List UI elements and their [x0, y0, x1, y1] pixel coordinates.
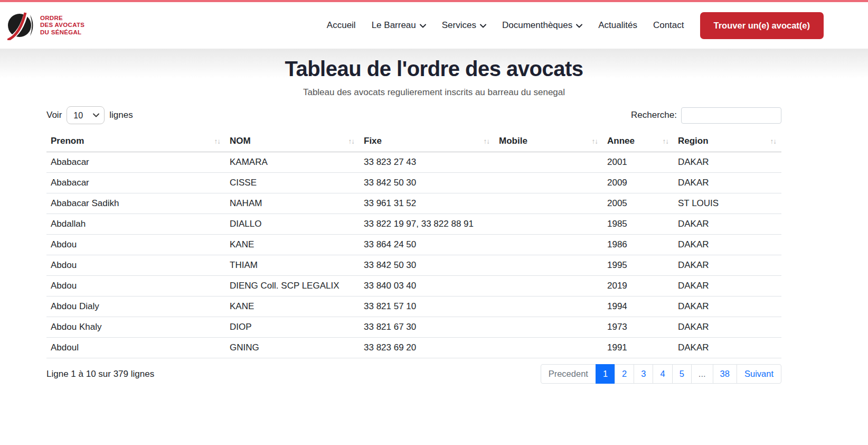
sort-arrows-icon: ↑↓ — [770, 137, 777, 145]
cell-annee: 1994 — [603, 296, 674, 317]
cell-region: DAKAR — [674, 276, 781, 296]
table-row: Abdou Khaly DIOP 33 821 67 30 1973 DAKAR — [46, 317, 781, 338]
pagination-page-38[interactable]: 38 — [713, 364, 737, 384]
pagination-page-5[interactable]: 5 — [672, 364, 692, 384]
column-header-fixe[interactable]: Fixe ↑↓ — [360, 131, 495, 152]
cell-mobile — [495, 235, 603, 255]
search-input[interactable] — [681, 107, 781, 124]
cell-fixe: 33 822 19 97, 33 822 88 91 — [360, 214, 495, 235]
page-subtitle: Tableau des avocats regulierement inscri… — [0, 87, 868, 98]
cell-annee: 1986 — [603, 235, 674, 255]
cell-annee: 1973 — [603, 317, 674, 338]
cell-prenom: Ababacar Sadikh — [46, 193, 225, 214]
table-row: Abdou DIENG Coll. SCP LEGALIX 33 840 03 … — [46, 276, 781, 296]
chevron-down-icon — [420, 24, 426, 28]
sort-arrows-icon: ↑↓ — [484, 137, 490, 145]
find-lawyer-button[interactable]: Trouver un(e) avocat(e) — [700, 12, 824, 39]
page-length-select[interactable]: 10 — [67, 106, 105, 124]
pagination-previous[interactable]: Precedent — [541, 364, 596, 384]
cell-nom: GNING — [225, 338, 360, 358]
cell-region: DAKAR — [674, 152, 781, 173]
cell-fixe: 33 823 69 20 — [360, 338, 495, 358]
cell-fixe: 33 864 24 50 — [360, 235, 495, 255]
table-controls: Voir 10 lignes Recherche: — [46, 106, 781, 124]
cell-nom: KANE — [225, 296, 360, 317]
nav-item-documentheques[interactable]: Documenthèques — [502, 20, 582, 31]
column-header-region[interactable]: Region ↑↓ — [674, 131, 781, 152]
table-row: Abdoul GNING 33 823 69 20 1991 DAKAR — [46, 338, 781, 358]
cell-annee: 2001 — [603, 152, 674, 173]
chevron-down-icon — [480, 24, 486, 28]
brand-logo[interactable]: ORDRE DES AVOCATS DU SÉNÉGAL — [7, 11, 84, 40]
cell-prenom: Abdou — [46, 255, 225, 276]
sort-arrows-icon: ↑↓ — [348, 137, 355, 145]
cell-nom: DIENG Coll. SCP LEGALIX — [225, 276, 360, 296]
cell-nom: KANE — [225, 235, 360, 255]
brand-logo-icon — [7, 11, 36, 40]
cell-region: ST LOUIS — [674, 193, 781, 214]
cell-mobile — [495, 296, 603, 317]
main-nav: Accueil Le Barreau Services Documenthèqu… — [327, 20, 684, 31]
page-length-control: Voir 10 lignes — [46, 106, 133, 124]
pagination-page-3[interactable]: 3 — [634, 364, 653, 384]
table-row: Abdou THIAM 33 842 50 30 1995 DAKAR — [46, 255, 781, 276]
nav-item-le-barreau[interactable]: Le Barreau — [372, 20, 426, 31]
cell-prenom: Ababacar — [46, 152, 225, 173]
cell-region: DAKAR — [674, 173, 781, 193]
cell-mobile — [495, 338, 603, 358]
cell-region: DAKAR — [674, 296, 781, 317]
column-label: NOM — [230, 136, 251, 146]
cell-fixe: 33 823 27 43 — [360, 152, 495, 173]
cell-region: DAKAR — [674, 317, 781, 338]
table-header-row: Prenom ↑↓ NOM ↑↓ Fixe ↑↓ Mobile ↑↓ — [46, 131, 781, 152]
cell-mobile — [495, 193, 603, 214]
cell-mobile — [495, 214, 603, 235]
column-header-prenom[interactable]: Prenom ↑↓ — [46, 131, 225, 152]
cell-annee: 2019 — [603, 276, 674, 296]
column-header-nom[interactable]: NOM ↑↓ — [225, 131, 360, 152]
pagination-next[interactable]: Suivant — [737, 364, 781, 384]
sort-arrows-icon: ↑↓ — [214, 137, 221, 145]
cell-mobile — [495, 276, 603, 296]
cell-nom: DIOP — [225, 317, 360, 338]
cell-fixe: 33 842 50 30 — [360, 173, 495, 193]
cell-region: DAKAR — [674, 338, 781, 358]
pagination-page-4[interactable]: 4 — [653, 364, 672, 384]
sort-arrows-icon: ↑↓ — [592, 137, 598, 145]
nav-item-contact[interactable]: Contact — [653, 20, 684, 31]
chevron-down-icon — [576, 24, 582, 28]
nav-item-label: Documenthèques — [502, 20, 572, 31]
column-header-mobile[interactable]: Mobile ↑↓ — [495, 131, 603, 152]
page-title: Tableau de l'ordre des avocats — [0, 57, 868, 81]
table-row: Ababacar Sadikh NAHAM 33 961 31 52 2005 … — [46, 193, 781, 214]
table-row: Ababacar KAMARA 33 823 27 43 2001 DAKAR — [46, 152, 781, 173]
table-info: Ligne 1 à 10 sur 379 lignes — [46, 369, 154, 379]
pagination-ellipsis: ... — [691, 364, 713, 384]
cell-mobile — [495, 255, 603, 276]
table-footer: Ligne 1 à 10 sur 379 lignes Precedent 1 … — [46, 364, 781, 384]
pagination-page-2[interactable]: 2 — [615, 364, 634, 384]
column-label: Region — [678, 136, 709, 146]
nav-item-actualites[interactable]: Actualités — [598, 20, 637, 31]
column-label: Mobile — [499, 136, 527, 146]
column-header-annee[interactable]: Annee ↑↓ — [603, 131, 674, 152]
cell-fixe: 33 840 03 40 — [360, 276, 495, 296]
cell-fixe: 33 821 67 30 — [360, 317, 495, 338]
table-row: Abdallah DIALLO 33 822 19 97, 33 822 88 … — [46, 214, 781, 235]
cell-mobile — [495, 173, 603, 193]
cell-prenom: Abdallah — [46, 214, 225, 235]
cell-annee: 1985 — [603, 214, 674, 235]
nav-item-label: Accueil — [327, 20, 356, 31]
cell-fixe: 33 821 57 10 — [360, 296, 495, 317]
search-control: Recherche: — [631, 107, 781, 124]
column-label: Annee — [607, 136, 635, 146]
pagination-page-1[interactable]: 1 — [596, 364, 615, 384]
nav-item-accueil[interactable]: Accueil — [327, 20, 356, 31]
table-row: Abdou KANE 33 864 24 50 1986 DAKAR — [46, 235, 781, 255]
nav-item-services[interactable]: Services — [442, 20, 486, 31]
cell-nom: CISSE — [225, 173, 360, 193]
table-row: Abdou Dialy KANE 33 821 57 10 1994 DAKAR — [46, 296, 781, 317]
cell-annee: 2009 — [603, 173, 674, 193]
cell-region: DAKAR — [674, 255, 781, 276]
cell-nom: NAHAM — [225, 193, 360, 214]
